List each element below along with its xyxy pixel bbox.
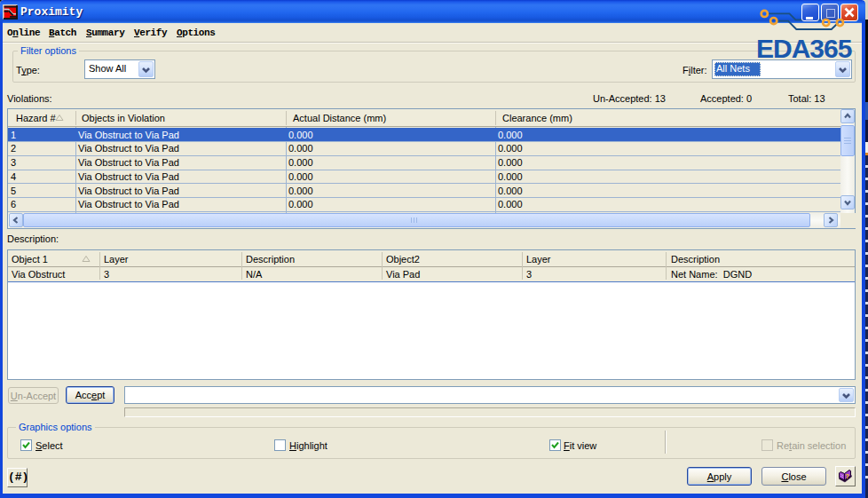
svg-text:?: ? xyxy=(845,472,849,480)
